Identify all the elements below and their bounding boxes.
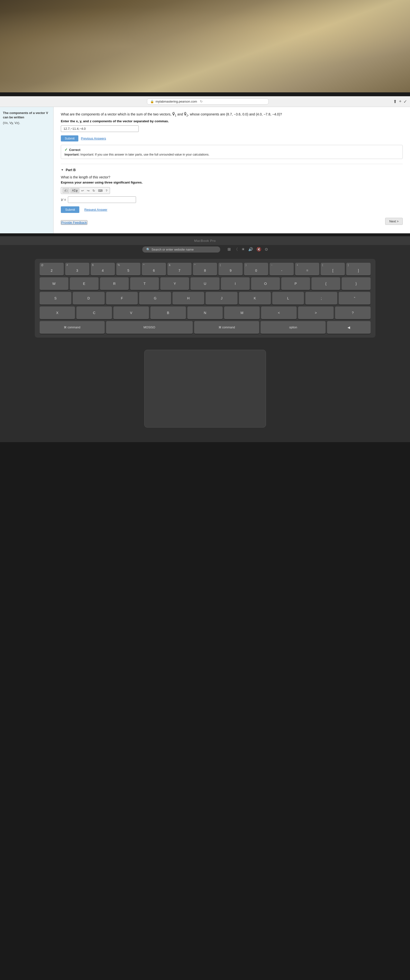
key-2[interactable]: @2 [40, 263, 64, 275]
key-c[interactable]: C [77, 307, 112, 319]
key-bracket-open[interactable]: {[ [321, 263, 345, 275]
request-answer-button[interactable]: Request Answer [84, 208, 107, 212]
key-n[interactable]: N [187, 307, 223, 319]
key-l[interactable]: L [272, 292, 304, 305]
key-g[interactable]: G [139, 292, 171, 305]
part-a-btn-row: Submit Previous Answers [61, 135, 403, 142]
key-x[interactable]: X [40, 307, 75, 319]
browser-right-controls: ⬆ + ✓ [393, 99, 407, 104]
help-icon[interactable]: ? [105, 188, 108, 193]
key-option[interactable]: option [261, 321, 325, 334]
key-d[interactable]: D [73, 292, 105, 305]
symbol-button[interactable]: AΣφ [70, 188, 79, 193]
key-0[interactable]: )0 [244, 263, 268, 275]
key-bracket-close[interactable]: }] [346, 263, 370, 275]
provide-feedback-button[interactable]: Provide Feedback [61, 220, 87, 225]
key-m[interactable]: M [224, 307, 260, 319]
part-a-previous-answers-button[interactable]: Previous Answers [81, 137, 106, 140]
mute-icon: 🔇 [257, 247, 261, 252]
correct-box: ✓ Correct Important: Important: If you u… [61, 145, 403, 159]
macbook-label: MacBook Pro [194, 239, 216, 243]
keyboard-search-input[interactable]: 🔍 Search or enter website name [142, 247, 220, 253]
key-h[interactable]: H [172, 292, 204, 305]
bottom-row: Provide Feedback Next > [61, 218, 403, 225]
part-b-arrow: ▼ [61, 168, 64, 172]
sqrt-button[interactable]: √□ [62, 188, 69, 193]
key-minus[interactable]: −- [270, 263, 294, 275]
refresh-icon[interactable]: ↻ [91, 188, 96, 193]
key-i[interactable]: I [221, 277, 250, 290]
key-command-right[interactable]: ⌘ command [194, 321, 259, 334]
key-7[interactable]: &7 [168, 263, 191, 275]
grid-icon: ⊞ [228, 247, 231, 252]
search-placeholder: Search or enter website name [152, 248, 194, 251]
trackpad[interactable] [144, 350, 266, 428]
key-command-left[interactable]: ⌘ command [40, 321, 105, 334]
key-o[interactable]: O [251, 277, 280, 290]
key-w[interactable]: W [40, 277, 69, 290]
key-brace-open[interactable]: { [311, 277, 340, 290]
part-b-header: ▼ Part B [61, 168, 403, 172]
key-b[interactable]: B [150, 307, 186, 319]
plus-icon[interactable]: + [399, 99, 402, 104]
key-slash[interactable]: ? [335, 307, 370, 319]
browser-chrome: 🔒 mylabmastering.pearson.com ↻ ⬆ + ✓ [0, 96, 410, 107]
part-b-answer-input[interactable] [68, 196, 136, 203]
key-e[interactable]: E [70, 277, 99, 290]
share-icon[interactable]: ⬆ [393, 99, 397, 104]
key-p[interactable]: P [281, 277, 310, 290]
key-u[interactable]: U [190, 277, 219, 290]
key-left-arrow[interactable]: ◀ [327, 321, 370, 334]
key-9[interactable]: (9 [219, 263, 242, 275]
url-bar[interactable]: 🔒 mylabmastering.pearson.com ↻ [147, 99, 269, 105]
lock-icon: 🔒 [150, 100, 154, 103]
keyboard-search-bar-area: 🔍 Search or enter website name ⊞ 〈 ☀ 🔊 🔇… [0, 245, 410, 254]
key-4[interactable]: $4 [91, 263, 115, 275]
part-b-submit-button[interactable]: Submit [61, 206, 79, 213]
main-content: What are the components of a vector whic… [54, 107, 410, 233]
circle-icon: ⊙ [265, 247, 268, 252]
part-a-submit-button[interactable]: Submit [61, 135, 78, 142]
url-text: mylabmastering.pearson.com [155, 100, 197, 103]
key-v[interactable]: V [113, 307, 149, 319]
keyboard-area: @2 #3 $4 %5 ^6 &7 *8 (9 )0 −- += {[ }] W… [0, 254, 410, 345]
key-row-numbers: @2 #3 $4 %5 ^6 &7 *8 (9 )0 −- += {[ }] [40, 263, 370, 275]
key-semicolon[interactable]: ; [305, 292, 337, 305]
key-brace-close[interactable]: } [341, 277, 370, 290]
key-quote[interactable]: " [339, 292, 370, 305]
room-photo [0, 0, 410, 92]
key-6[interactable]: ^6 [142, 263, 166, 275]
key-t[interactable]: T [130, 277, 159, 290]
sidebar-formula: (Vx, Vy, Vz). [3, 121, 50, 125]
part-b-answer-label: V = [61, 198, 66, 202]
part-b-label: Part B [66, 168, 76, 172]
keyboard-icon[interactable]: ⌨ [97, 188, 104, 193]
key-gt[interactable]: > [298, 307, 333, 319]
volume-icon: 🔊 [248, 247, 253, 252]
part-a-answer-row [61, 126, 403, 132]
key-k[interactable]: K [239, 292, 271, 305]
redo-icon[interactable]: ↪ [86, 188, 91, 193]
screen-bezel-bottom [0, 233, 410, 236]
part-b-answer-row: V = [61, 196, 403, 203]
undo-icon[interactable]: ↩ [80, 188, 85, 193]
key-5[interactable]: %5 [116, 263, 140, 275]
key-8[interactable]: *8 [193, 263, 217, 275]
key-s[interactable]: S [40, 292, 72, 305]
part-a-question: What are the components of a vector whic… [61, 112, 403, 118]
key-y[interactable]: Y [160, 277, 189, 290]
part-b-question: What is the length of this vector? [61, 175, 403, 179]
key-f[interactable]: F [106, 292, 138, 305]
key-mosiso[interactable]: MOSISO [106, 321, 193, 334]
key-j[interactable]: J [206, 292, 238, 305]
sidebar-title: The components of a vector V can be writ… [3, 111, 50, 119]
back-icon: 〈 [234, 247, 238, 252]
math-toolbar: √□ AΣφ ↩ ↪ ↻ ⌨ ? [61, 187, 110, 194]
key-equals[interactable]: += [295, 263, 319, 275]
brightness-icon: ☀ [241, 247, 245, 252]
part-a-answer-input[interactable] [61, 126, 139, 132]
next-button[interactable]: Next > [385, 218, 403, 225]
key-r[interactable]: R [100, 277, 129, 290]
key-lt[interactable]: < [261, 307, 297, 319]
key-3[interactable]: #3 [65, 263, 89, 275]
